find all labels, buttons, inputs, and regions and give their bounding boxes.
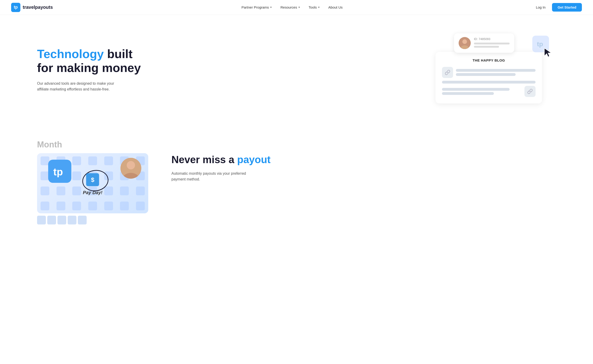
dollar-icon: $ <box>86 173 99 186</box>
nav-partner-programs[interactable]: Partner Programs ▼ <box>238 3 276 11</box>
profile-card: ID: 7485093 <box>454 33 514 53</box>
pay-grid: tp $ Pay Day! <box>37 153 148 213</box>
hero-illustration: tp ID: 7485093 <box>435 33 556 117</box>
login-button[interactable]: Log In <box>531 3 550 11</box>
svg-point-2 <box>462 39 467 44</box>
chevron-down-icon: ▼ <box>318 6 320 9</box>
payday-circle: $ Pay Day! <box>83 171 103 195</box>
navbar: tp travelpayouts Partner Programs ▼ Reso… <box>0 0 593 15</box>
nav-about-us[interactable]: About Us <box>325 3 346 11</box>
payout-section: Month <box>0 130 593 243</box>
nav-links: Partner Programs ▼ Resources ▼ Tools ▼ A… <box>238 3 346 11</box>
blog-card: THE HAPPY BLOG <box>435 52 542 104</box>
get-started-button[interactable]: Get Started <box>552 3 582 12</box>
tp-brand-icon: tp <box>48 160 71 183</box>
blog-row-bottom <box>442 86 536 97</box>
profile-bar-1 <box>474 43 510 45</box>
blog-row-1 <box>442 67 536 78</box>
profile-id: ID: 7485093 <box>474 37 510 41</box>
hero-title: Technology builtfor making money <box>37 47 148 75</box>
month-label: Month <box>37 140 153 150</box>
blog-full-bar <box>442 81 536 84</box>
nav-actions: Log In Get Started <box>531 3 582 12</box>
hero-section: Technology builtfor making money Our adv… <box>0 15 593 130</box>
brand-name: travelpayouts <box>23 5 53 10</box>
nav-resources[interactable]: Resources ▼ <box>277 3 304 11</box>
cursor-icon <box>543 47 553 61</box>
svg-text:tp: tp <box>537 40 543 48</box>
avatar <box>459 37 471 49</box>
person-avatar <box>120 158 141 179</box>
link-icon-2 <box>524 86 536 97</box>
profile-info: ID: 7485093 <box>474 37 510 49</box>
pay-illustration: Month <box>37 140 153 224</box>
svg-point-7 <box>127 161 135 169</box>
payout-description: Automatic monthly payouts via your prefe… <box>171 170 250 182</box>
nav-tools[interactable]: Tools ▼ <box>305 3 324 11</box>
logo-icon: tp <box>11 3 20 12</box>
profile-bar-2 <box>474 46 499 48</box>
hero-content: Technology builtfor making money Our adv… <box>37 33 148 92</box>
payout-title: Never miss a payout <box>171 154 556 166</box>
svg-text:tp: tp <box>53 166 63 177</box>
logo-link[interactable]: tp travelpayouts <box>11 3 53 12</box>
chevron-down-icon: ▼ <box>298 6 300 9</box>
payout-content: Never miss a payout Automatic monthly pa… <box>171 140 556 182</box>
blog-title: THE HAPPY BLOG <box>442 58 536 62</box>
hero-description: Our advanced tools are designed to make … <box>37 81 125 92</box>
link-icon-1 <box>442 67 453 78</box>
chevron-down-icon: ▼ <box>270 6 272 9</box>
bottom-grid-row <box>37 216 153 224</box>
